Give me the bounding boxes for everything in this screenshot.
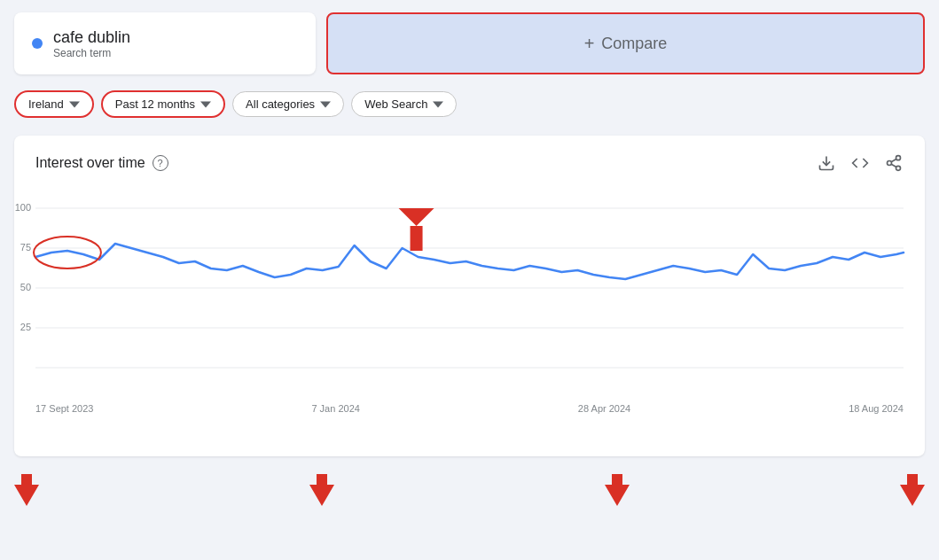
- search-term-label: Search term: [53, 47, 130, 59]
- chart-container: Interest over time ? 100 75: [14, 136, 925, 456]
- bottom-arrow-3: [605, 474, 630, 506]
- x-label-3: 28 Apr 2024: [578, 403, 630, 414]
- bottom-arrows: [0, 471, 939, 513]
- chart-title-group: Interest over time ?: [35, 155, 168, 171]
- chart-actions: [817, 153, 904, 173]
- svg-point-2: [888, 161, 892, 166]
- svg-marker-19: [309, 474, 334, 506]
- time-label: Past 12 months: [115, 97, 195, 111]
- svg-text:25: 25: [20, 322, 31, 332]
- svg-line-5: [891, 159, 896, 161]
- svg-point-3: [896, 166, 901, 170]
- bottom-arrow-2: [309, 474, 334, 506]
- search-term-name: cafe dublin: [53, 28, 130, 47]
- x-label-2: 7 Jan 2024: [311, 403, 359, 414]
- chevron-down-icon: [200, 99, 211, 110]
- download-icon[interactable]: [817, 153, 836, 173]
- x-axis-labels: 17 Sept 2023 7 Jan 2024 28 Apr 2024 18 A…: [35, 403, 904, 414]
- svg-marker-21: [900, 474, 925, 506]
- svg-line-4: [891, 164, 896, 167]
- x-label-1: 17 Sept 2023: [35, 403, 93, 414]
- svg-marker-20: [605, 474, 630, 506]
- filters-bar: Ireland Past 12 months All categories We…: [0, 83, 939, 128]
- region-label: Ireland: [28, 97, 64, 111]
- svg-point-15: [34, 237, 101, 268]
- share-icon[interactable]: [884, 153, 904, 173]
- search-term-text: cafe dublin Search term: [53, 28, 130, 59]
- svg-text:75: 75: [20, 242, 31, 253]
- svg-text:100: 100: [15, 202, 31, 213]
- compare-label: Compare: [601, 35, 667, 53]
- compare-button[interactable]: + Compare: [326, 12, 925, 74]
- chevron-down-icon: [320, 99, 331, 110]
- chart-title: Interest over time: [35, 155, 145, 171]
- region-filter[interactable]: Ireland: [14, 90, 94, 118]
- trend-chart: 100 75 50 25: [35, 199, 904, 394]
- plus-icon: +: [584, 34, 595, 54]
- svg-rect-17: [411, 226, 423, 251]
- category-label: All categories: [246, 97, 315, 111]
- top-bar: cafe dublin Search term + Compare: [0, 0, 939, 83]
- svg-marker-16: [399, 208, 434, 226]
- search-term-card: cafe dublin Search term: [14, 12, 316, 74]
- embed-icon[interactable]: [850, 153, 870, 173]
- svg-point-1: [896, 156, 901, 160]
- search-type-filter[interactable]: Web Search: [351, 91, 457, 117]
- bottom-arrow-4: [900, 474, 925, 506]
- chevron-down-icon: [433, 99, 443, 110]
- chart-area: 100 75 50 25 17 Sept 2023 7 Jan 2024 28 …: [35, 199, 904, 430]
- time-filter[interactable]: Past 12 months: [101, 90, 225, 118]
- help-icon[interactable]: ?: [153, 155, 168, 171]
- category-filter[interactable]: All categories: [232, 91, 344, 117]
- svg-marker-18: [14, 474, 39, 506]
- blue-dot-icon: [32, 38, 43, 49]
- search-type-label: Web Search: [364, 97, 427, 111]
- svg-text:50: 50: [20, 282, 31, 292]
- chevron-down-icon: [69, 99, 80, 110]
- x-label-4: 18 Aug 2024: [849, 403, 904, 414]
- bottom-arrow-1: [14, 474, 39, 506]
- chart-header: Interest over time ?: [35, 153, 904, 173]
